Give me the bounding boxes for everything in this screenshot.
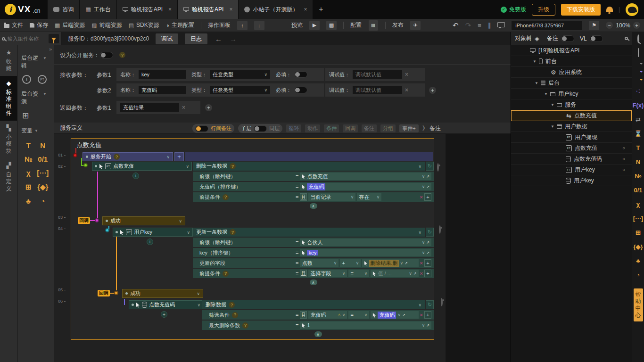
paper-plane-icon[interactable]: ✈ [410, 21, 421, 30]
help-icon[interactable]: ? [230, 229, 236, 235]
callback-success-node[interactable]: 成功 ∨ [122, 289, 203, 298]
node-dot-cyan[interactable] [105, 228, 109, 232]
caret-down-icon[interactable]: ∨ [418, 164, 421, 169]
expression-var-icon[interactable]: χ [21, 169, 36, 177]
boolean-var-icon[interactable]: 0/1 [36, 155, 50, 163]
and-operator[interactable]: 且 [300, 311, 307, 319]
open-arrow-icon[interactable]: ↗ [426, 323, 429, 328]
panel-down-button[interactable]: ↓ [254, 21, 264, 30]
condition-op-select[interactable]: =∨ [348, 270, 369, 277]
add-condition-icon[interactable]: + [424, 193, 431, 201]
open-arrow-icon[interactable]: ↗ [426, 185, 429, 189]
layer-toggle[interactable] [254, 125, 267, 132]
prop-value-field[interactable]: 点数充值 ∨↗ [300, 173, 431, 180]
close-icon[interactable]: × [229, 6, 232, 13]
variable-chip[interactable]: 充值码 [378, 312, 396, 319]
node-dot-orange[interactable] [114, 291, 118, 295]
log-button[interactable]: 日志 [185, 33, 207, 44]
help-icon[interactable]: ? [223, 194, 229, 200]
preview-button[interactable]: 预览 [291, 21, 303, 29]
add-icon[interactable]: + [424, 259, 431, 267]
add-param-button[interactable]: + [429, 87, 436, 94]
prop-value-field[interactable]: key ∨↗ [300, 249, 431, 256]
caret-down-icon[interactable]: ∨ [422, 240, 425, 245]
remove-param-icon[interactable]: × [405, 87, 408, 93]
rail-favorites[interactable]: ★收藏 [0, 45, 17, 76]
section-variables[interactable]: 变量▼ [21, 127, 50, 135]
tree-item-table[interactable]: 用户key ○ [511, 165, 632, 175]
datasource-node[interactable]: 点数充值码 ∨ [129, 300, 203, 309]
update-op-select[interactable]: +∨ [340, 259, 361, 267]
config-button[interactable]: 配置 [350, 21, 362, 29]
package-icon[interactable] [638, 50, 639, 56]
param2-debug-input[interactable] [353, 86, 402, 94]
expression-var-icon[interactable]: χ [636, 201, 640, 207]
flag-icon[interactable]: ⚑ [589, 21, 599, 30]
play-icon[interactable]: ▶ [309, 21, 320, 30]
device-preview-icon[interactable] [497, 22, 505, 27]
search-icon[interactable] [637, 36, 639, 42]
action-header-delete-one[interactable]: 删除一条数据 ? ∨ [193, 162, 425, 171]
add-icon[interactable]: + [424, 311, 431, 319]
node-dot-green[interactable] [83, 163, 88, 167]
tree-item-selected-service[interactable]: ⇆ 点数充值 [511, 110, 632, 121]
add-node-button[interactable]: + [147, 239, 153, 245]
condition-field-select[interactable]: 当前记录∨ [308, 193, 355, 201]
tree-item-app[interactable]: [19]验机报告API [511, 45, 632, 56]
tree-item-table[interactable]: 点数充值 ○ [511, 143, 632, 154]
debug-button[interactable]: 调试 [156, 33, 178, 44]
caret-down-icon[interactable]: ∨ [409, 271, 412, 276]
time-var-icon[interactable]: ◔ [36, 197, 50, 205]
param2-required-toggle[interactable] [294, 87, 307, 93]
time-var-icon[interactable]: ◔ [636, 272, 640, 278]
theme-config-button[interactable]: ◑主题配置 [166, 21, 194, 29]
object-var-icon[interactable]: {◆} [36, 183, 50, 191]
result-chip[interactable]: 删除结果.删 [369, 260, 398, 267]
publish-button[interactable]: 发布 [392, 21, 404, 29]
condition-field-select[interactable]: 选择字段∨ [308, 270, 347, 277]
section-backend-logic[interactable]: 后台逻辑▼ [21, 55, 50, 69]
columns-icon[interactable]: ∥ [488, 22, 491, 29]
note-button[interactable]: 备注 [362, 124, 377, 132]
datasource-node[interactable]: 用户key ∨ [113, 228, 193, 237]
tree-var-icon[interactable]: ♣ [21, 197, 36, 205]
open-arrow-icon[interactable]: ↗ [405, 261, 408, 265]
filter-value-field[interactable]: 充值码 ∨↗ [371, 311, 418, 319]
remove-icon[interactable]: × [420, 271, 423, 276]
tree-item-table[interactable]: 用户提现 [511, 132, 632, 143]
save-button[interactable]: 保存 [30, 21, 48, 29]
datasource-node[interactable]: 点数充值 ∨ [92, 162, 192, 171]
filter-field-select[interactable]: 充值码⚠∨ [308, 311, 347, 319]
line-note-toggle[interactable] [195, 125, 208, 132]
caret-down-icon[interactable]: ∨ [422, 323, 425, 328]
tab-api-1[interactable]: 验机报告API × [117, 0, 178, 19]
tab-post[interactable]: 小帖子（开源版） × [239, 0, 313, 19]
close-icon[interactable]: × [168, 6, 172, 13]
expand-arrow-icon[interactable]: ▼ [544, 92, 548, 96]
vl-toggle[interactable] [590, 35, 603, 42]
row-target-icon[interactable] [441, 298, 443, 306]
help-icon[interactable]: ? [223, 271, 229, 277]
prop-value-field[interactable]: 合伙人 ∨↗ [300, 239, 431, 246]
tree-item-services[interactable]: ▼ 服务 [511, 99, 632, 110]
update-field-select[interactable]: 点数∨ [300, 259, 339, 267]
collapse-props-button[interactable]: ∧ [314, 331, 322, 337]
help-center-button[interactable]: 帮助中心 [634, 288, 643, 321]
callback-badge[interactable]: 回调 [98, 290, 110, 296]
rail-standard-components[interactable]: ◆标准组件 [0, 76, 17, 121]
return-param-input[interactable] [120, 103, 179, 112]
help-icon[interactable]: ? [232, 312, 238, 318]
tab-workbench[interactable]: ▦ 工作台 [80, 0, 116, 19]
boolean-var-icon[interactable]: 0/1 [634, 187, 642, 193]
open-arrow-icon[interactable]: ↗ [426, 251, 429, 255]
remove-icon[interactable]: × [420, 260, 423, 266]
collapse-props-button[interactable]: ∧ [310, 280, 317, 285]
caret-down-icon[interactable]: ∨ [422, 184, 425, 189]
function-icon[interactable]: F(x) [633, 102, 644, 108]
help-icon[interactable]: ? [114, 154, 120, 160]
tab-consult[interactable]: 咨询 [48, 0, 80, 19]
caret-down-icon[interactable]: ∨ [422, 250, 425, 255]
layers-icon[interactable]: ◈ [535, 35, 539, 42]
serial-var-icon[interactable]: № [635, 173, 642, 179]
backend-resource-button[interactable]: ▦后端资源 [55, 21, 85, 29]
